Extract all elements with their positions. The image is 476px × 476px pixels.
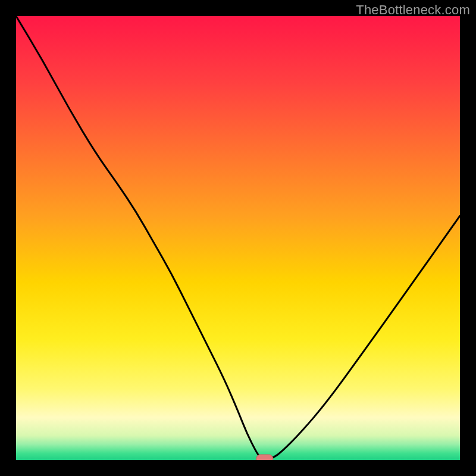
bottleneck-chart: [16, 16, 460, 460]
watermark-text: TheBottleneck.com: [356, 2, 470, 18]
chart-frame: TheBottleneck.com: [0, 0, 476, 476]
plot-area: [16, 16, 460, 460]
minimum-marker: [256, 455, 273, 460]
gradient-background: [16, 16, 460, 460]
